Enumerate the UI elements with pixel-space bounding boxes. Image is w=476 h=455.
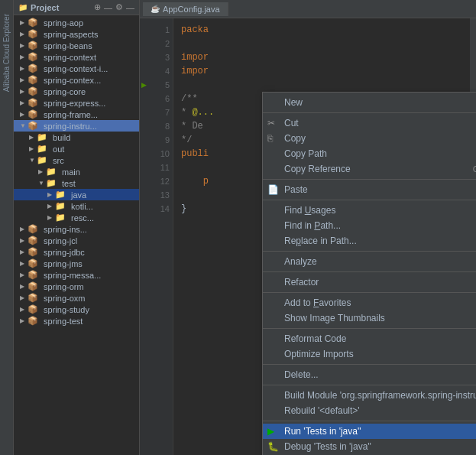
- menu-separator: [263, 385, 476, 385]
- tree-item[interactable]: ▶📦 spring-test: [14, 315, 139, 327]
- menu-item-debug-tests[interactable]: 🐛 Debug 'Tests in 'java'': [263, 439, 476, 454]
- menu-item-copy-reference[interactable]: Copy Reference Ctrl+Alt+Shift+C: [263, 161, 476, 177]
- menu-item-rebuild[interactable]: Rebuild '<default>' Ctrl+Shift+F9: [263, 403, 476, 418]
- menu-label-rebuild: Rebuild '<default>': [284, 405, 468, 416]
- menu-label-copy-reference: Copy Reference: [284, 164, 458, 174]
- menu-label-refactor: Refactor: [284, 277, 476, 288]
- tree-item[interactable]: ▶📁 main: [14, 166, 139, 177]
- menu-item-show-thumbnails[interactable]: Show Image Thumbnails Ctrl+Shift+T: [263, 310, 476, 326]
- menu-label-build-module: Build Module 'org.springframework.spring…: [284, 390, 476, 401]
- run-icon: ▶: [267, 426, 274, 437]
- project-tree: ▶📦 spring-aop ▶📦 spring-aspects ▶📦 sprin…: [14, 15, 139, 455]
- menu-label-show-thumbnails: Show Image Thumbnails: [284, 313, 473, 323]
- tree-item[interactable]: ▶📁 build: [14, 132, 139, 143]
- tree-item[interactable]: ▶📦 spring-study: [14, 304, 139, 315]
- menu-separator: [263, 200, 476, 200]
- tree-item[interactable]: ▶📦 spring-jdbc: [14, 246, 139, 258]
- tree-item[interactable]: ▶📦 spring-jms: [14, 258, 139, 269]
- menu-item-add-to-favorites[interactable]: Add to Favorites ▶: [263, 295, 476, 310]
- debug-icon: 🐛: [267, 441, 279, 452]
- tree-item[interactable]: ▶📦 spring-oxm: [14, 292, 139, 304]
- tree-item[interactable]: ▶📦 spring-core: [14, 86, 139, 97]
- tree-item[interactable]: ▶📦 spring-aspects: [14, 28, 139, 40]
- menu-item-build-module[interactable]: Build Module 'org.springframework.spring…: [263, 388, 476, 403]
- tree-item[interactable]: ▶📦 spring-jcl: [14, 235, 139, 246]
- menu-item-analyze[interactable]: Analyze ▶: [263, 254, 476, 269]
- cut-icon: ✂: [267, 118, 275, 128]
- context-menu: New ▶ ✂ Cut Ctrl+X ⎘ Copy Ctrl+C: [262, 92, 476, 455]
- header-icons: ⊕ — ⚙ —: [94, 2, 134, 12]
- editor-tab[interactable]: ☕ AppConfig.java: [143, 2, 228, 16]
- menu-item-reformat-code[interactable]: Reformat Code Ctrl+Alt+L: [263, 331, 476, 346]
- menu-label-copy: Copy: [284, 133, 476, 144]
- line-numbers: 1 2 3 4 5 6 7 8 9 10 11 12 13 14: [151, 18, 173, 455]
- tree-item[interactable]: ▶📦 spring-express...: [14, 97, 139, 109]
- tree-item[interactable]: ▶📦 spring-ins...: [14, 223, 139, 235]
- tree-item-java[interactable]: ▶📁 java: [14, 189, 139, 200]
- menu-label-debug-tests: Debug 'Tests in 'java'': [284, 441, 476, 452]
- editor-tab-bar: ☕ AppConfig.java: [140, 0, 476, 18]
- menu-label-find-usages: Find Usages: [284, 205, 476, 216]
- menu-label-cut: Cut: [284, 118, 476, 128]
- tree-item[interactable]: ▶📦 spring-context-i...: [14, 63, 139, 74]
- tree-item[interactable]: ▶📦 spring-messa...: [14, 269, 139, 281]
- tree-item[interactable]: ▶📦 spring-frame...: [14, 109, 139, 120]
- menu-item-find-in-path[interactable]: Find in Path... Ctrl+Shift+F: [263, 218, 476, 233]
- menu-item-find-usages[interactable]: Find Usages Alt+F7: [263, 203, 476, 218]
- menu-separator: [263, 421, 476, 421]
- paste-icon: 📄: [267, 184, 279, 195]
- menu-item-new[interactable]: New ▶: [263, 95, 476, 110]
- menu-label-optimize-imports: Optimize Imports: [284, 349, 476, 359]
- menu-item-optimize-imports[interactable]: Optimize Imports Ctrl+Alt+O: [263, 346, 476, 362]
- tree-item[interactable]: ▶📦 spring-beans: [14, 40, 139, 51]
- settings-icon[interactable]: ⚙: [115, 2, 123, 12]
- project-header: 📁 Project ⊕ — ⚙ —: [14, 0, 139, 15]
- menu-item-refactor[interactable]: Refactor ▶: [263, 275, 476, 290]
- project-title: Project: [31, 3, 91, 12]
- menu-separator: [263, 271, 476, 272]
- copy-icon: ⎘: [267, 133, 273, 144]
- menu-item-paste[interactable]: 📄 Paste Ctrl+V: [263, 182, 476, 197]
- project-panel: 📁 Project ⊕ — ⚙ — ▶📦 spring-aop ▶📦 sprin…: [14, 0, 140, 455]
- minimize-icon[interactable]: —: [126, 3, 134, 12]
- menu-item-replace-in-path[interactable]: Replace in Path... Ctrl+Shift+R: [263, 233, 476, 249]
- collapse-icon[interactable]: —: [104, 3, 112, 12]
- menu-separator: [263, 364, 476, 365]
- tab-name: AppConfig.java: [163, 5, 220, 14]
- tree-item[interactable]: ▶📁 out: [14, 143, 139, 154]
- tree-item[interactable]: ▼📁 test: [14, 177, 139, 189]
- menu-separator: [263, 179, 476, 180]
- add-icon[interactable]: ⊕: [94, 2, 101, 12]
- side-panel: Alibaba Cloud Explorer: [0, 0, 14, 455]
- tree-item-spring-instru[interactable]: ▼📦 spring-instru...: [14, 120, 139, 132]
- java-file-icon: ☕: [151, 5, 160, 13]
- menu-item-delete[interactable]: Delete... Delete: [263, 367, 476, 382]
- gutter: ▶: [140, 18, 151, 455]
- side-panel-label: Alibaba Cloud Explorer: [2, 14, 11, 92]
- main-area: 📁 Project ⊕ — ⚙ — ▶📦 spring-aop ▶📦 sprin…: [14, 0, 476, 455]
- menu-label-new: New: [284, 97, 476, 108]
- menu-label-find-in-path: Find in Path...: [284, 220, 473, 231]
- menu-separator: [263, 292, 476, 293]
- menu-separator: [263, 112, 476, 113]
- tree-item[interactable]: ▶📦 spring-aop: [14, 17, 139, 28]
- menu-separator: [263, 251, 476, 252]
- menu-label-run-tests: Run 'Tests in 'java'': [284, 426, 464, 437]
- menu-label-analyze: Analyze: [284, 256, 476, 267]
- menu-item-copy-path[interactable]: Copy Path Ctrl+Shift+C: [263, 146, 476, 161]
- tree-item[interactable]: ▶📁 kotli...: [14, 200, 139, 212]
- tree-item[interactable]: ▼📁 src: [14, 154, 139, 166]
- tree-item[interactable]: ▶📦 spring-contex...: [14, 74, 139, 86]
- context-menu-panel: New ▶ ✂ Cut Ctrl+X ⎘ Copy Ctrl+C: [262, 92, 476, 455]
- tree-item[interactable]: ▶📦 spring-context: [14, 51, 139, 63]
- menu-shortcut-copy-reference: Ctrl+Alt+Shift+C: [473, 164, 476, 174]
- menu-separator: [263, 328, 476, 329]
- menu-label-replace-in-path: Replace in Path...: [284, 236, 472, 246]
- tree-item[interactable]: ▶📁 resc...: [14, 212, 139, 223]
- menu-item-run-tests[interactable]: ▶ Run 'Tests in 'java'' Ctrl+Shift+F10: [263, 424, 476, 439]
- menu-label-reformat-code: Reformat Code: [284, 333, 476, 344]
- menu-item-copy[interactable]: ⎘ Copy Ctrl+C: [263, 131, 476, 146]
- menu-label-delete: Delete...: [284, 369, 476, 380]
- tree-item[interactable]: ▶📦 spring-orm: [14, 281, 139, 292]
- menu-item-cut[interactable]: ✂ Cut Ctrl+X: [263, 115, 476, 131]
